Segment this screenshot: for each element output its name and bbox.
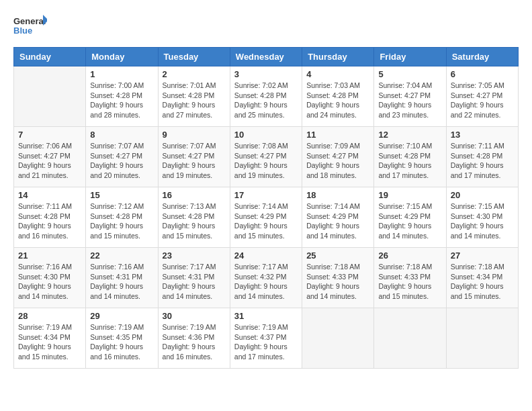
day-number: 12 [378, 130, 441, 140]
day-info: Sunrise: 7:03 AMSunset: 4:28 PMDaylight:… [306, 81, 369, 120]
day-number: 28 [18, 311, 81, 321]
day-number: 22 [90, 250, 153, 261]
calendar-cell: 11Sunrise: 7:09 AMSunset: 4:27 PMDayligh… [302, 127, 374, 187]
day-number: 26 [378, 250, 441, 261]
day-info: Sunrise: 7:19 AMSunset: 4:37 PMDaylight:… [234, 322, 298, 362]
day-number: 25 [306, 250, 369, 261]
day-number: 9 [163, 130, 226, 140]
day-info: Sunrise: 7:07 AMSunset: 4:27 PMDaylight:… [163, 141, 226, 181]
day-info: Sunrise: 7:08 AMSunset: 4:27 PMDaylight:… [234, 141, 298, 181]
calendar-cell: 10Sunrise: 7:08 AMSunset: 4:27 PMDayligh… [230, 127, 302, 187]
day-info: Sunrise: 7:17 AMSunset: 4:32 PMDaylight:… [234, 262, 298, 302]
day-info: Sunrise: 7:04 AMSunset: 4:27 PMDaylight:… [378, 81, 441, 120]
calendar-cell: 21Sunrise: 7:16 AMSunset: 4:30 PMDayligh… [14, 248, 86, 308]
calendar-week-row: 21Sunrise: 7:16 AMSunset: 4:30 PMDayligh… [14, 248, 519, 308]
day-number: 19 [378, 190, 441, 200]
page-header: General Blue [13, 13, 519, 40]
calendar-header-wednesday: Wednesday [230, 48, 302, 66]
day-number: 6 [451, 69, 514, 79]
logo: General Blue [13, 13, 47, 40]
day-number: 4 [306, 69, 369, 79]
day-number: 15 [90, 190, 153, 200]
day-info: Sunrise: 7:19 AMSunset: 4:35 PMDaylight:… [90, 322, 153, 362]
logo-svg: General Blue [13, 13, 47, 40]
calendar-cell: 20Sunrise: 7:15 AMSunset: 4:30 PMDayligh… [446, 187, 518, 248]
day-info: Sunrise: 7:19 AMSunset: 4:36 PMDaylight:… [163, 322, 226, 362]
calendar-header-friday: Friday [374, 48, 446, 66]
day-number: 23 [163, 250, 226, 261]
calendar-header-row: SundayMondayTuesdayWednesdayThursdayFrid… [14, 48, 519, 66]
svg-text:General: General [13, 16, 46, 26]
day-info: Sunrise: 7:19 AMSunset: 4:34 PMDaylight:… [18, 322, 81, 362]
day-info: Sunrise: 7:13 AMSunset: 4:28 PMDaylight:… [163, 201, 226, 241]
day-number: 20 [451, 190, 514, 200]
day-number: 30 [163, 311, 226, 321]
day-info: Sunrise: 7:11 AMSunset: 4:28 PMDaylight:… [451, 141, 514, 181]
calendar-cell: 24Sunrise: 7:17 AMSunset: 4:32 PMDayligh… [230, 248, 302, 308]
day-number: 8 [90, 130, 153, 140]
day-info: Sunrise: 7:06 AMSunset: 4:27 PMDaylight:… [18, 141, 81, 181]
calendar-cell [446, 308, 518, 369]
day-number: 1 [90, 69, 153, 79]
calendar-cell: 3Sunrise: 7:02 AMSunset: 4:28 PMDaylight… [230, 66, 302, 127]
calendar-header-sunday: Sunday [14, 48, 86, 66]
calendar-cell: 9Sunrise: 7:07 AMSunset: 4:27 PMDaylight… [158, 127, 230, 187]
calendar-cell: 26Sunrise: 7:18 AMSunset: 4:33 PMDayligh… [374, 248, 446, 308]
calendar-week-row: 1Sunrise: 7:00 AMSunset: 4:28 PMDaylight… [14, 66, 519, 127]
day-number: 29 [90, 311, 153, 321]
calendar-cell: 19Sunrise: 7:15 AMSunset: 4:29 PMDayligh… [374, 187, 446, 248]
day-info: Sunrise: 7:14 AMSunset: 4:29 PMDaylight:… [306, 201, 369, 241]
calendar-cell [374, 308, 446, 369]
day-info: Sunrise: 7:18 AMSunset: 4:33 PMDaylight:… [378, 262, 441, 302]
calendar-cell [14, 66, 86, 127]
calendar-cell: 2Sunrise: 7:01 AMSunset: 4:28 PMDaylight… [158, 66, 230, 127]
calendar-table: SundayMondayTuesdayWednesdayThursdayFrid… [13, 47, 519, 369]
day-number: 27 [451, 250, 514, 261]
calendar-cell: 28Sunrise: 7:19 AMSunset: 4:34 PMDayligh… [14, 308, 86, 369]
calendar-cell [302, 308, 374, 369]
calendar-cell: 14Sunrise: 7:11 AMSunset: 4:28 PMDayligh… [14, 187, 86, 248]
day-number: 3 [234, 69, 298, 79]
calendar-cell: 8Sunrise: 7:07 AMSunset: 4:27 PMDaylight… [86, 127, 158, 187]
day-info: Sunrise: 7:07 AMSunset: 4:27 PMDaylight:… [90, 141, 153, 181]
day-info: Sunrise: 7:14 AMSunset: 4:29 PMDaylight:… [234, 201, 298, 241]
calendar-cell: 22Sunrise: 7:16 AMSunset: 4:31 PMDayligh… [86, 248, 158, 308]
calendar-cell: 13Sunrise: 7:11 AMSunset: 4:28 PMDayligh… [446, 127, 518, 187]
calendar-week-row: 28Sunrise: 7:19 AMSunset: 4:34 PMDayligh… [14, 308, 519, 369]
calendar-week-row: 14Sunrise: 7:11 AMSunset: 4:28 PMDayligh… [14, 187, 519, 248]
day-info: Sunrise: 7:12 AMSunset: 4:28 PMDaylight:… [90, 201, 153, 241]
day-number: 10 [234, 130, 298, 140]
calendar-header-monday: Monday [86, 48, 158, 66]
calendar-cell: 27Sunrise: 7:18 AMSunset: 4:34 PMDayligh… [446, 248, 518, 308]
day-number: 2 [163, 69, 226, 79]
calendar-cell: 29Sunrise: 7:19 AMSunset: 4:35 PMDayligh… [86, 308, 158, 369]
day-info: Sunrise: 7:15 AMSunset: 4:29 PMDaylight:… [378, 201, 441, 241]
calendar-cell: 31Sunrise: 7:19 AMSunset: 4:37 PMDayligh… [230, 308, 302, 369]
calendar-cell: 7Sunrise: 7:06 AMSunset: 4:27 PMDaylight… [14, 127, 86, 187]
day-info: Sunrise: 7:10 AMSunset: 4:28 PMDaylight:… [378, 141, 441, 181]
day-number: 31 [234, 311, 298, 321]
svg-text:Blue: Blue [13, 26, 32, 36]
calendar-cell: 18Sunrise: 7:14 AMSunset: 4:29 PMDayligh… [302, 187, 374, 248]
calendar-cell: 1Sunrise: 7:00 AMSunset: 4:28 PMDaylight… [86, 66, 158, 127]
day-number: 17 [234, 190, 298, 200]
calendar-cell: 4Sunrise: 7:03 AMSunset: 4:28 PMDaylight… [302, 66, 374, 127]
day-info: Sunrise: 7:00 AMSunset: 4:28 PMDaylight:… [90, 81, 153, 120]
day-number: 18 [306, 190, 369, 200]
calendar-cell: 12Sunrise: 7:10 AMSunset: 4:28 PMDayligh… [374, 127, 446, 187]
calendar-cell: 17Sunrise: 7:14 AMSunset: 4:29 PMDayligh… [230, 187, 302, 248]
calendar-week-row: 7Sunrise: 7:06 AMSunset: 4:27 PMDaylight… [14, 127, 519, 187]
calendar-cell: 15Sunrise: 7:12 AMSunset: 4:28 PMDayligh… [86, 187, 158, 248]
calendar-cell: 23Sunrise: 7:17 AMSunset: 4:31 PMDayligh… [158, 248, 230, 308]
day-info: Sunrise: 7:16 AMSunset: 4:30 PMDaylight:… [18, 262, 81, 302]
calendar-cell: 6Sunrise: 7:05 AMSunset: 4:27 PMDaylight… [446, 66, 518, 127]
calendar-cell: 30Sunrise: 7:19 AMSunset: 4:36 PMDayligh… [158, 308, 230, 369]
calendar-cell: 25Sunrise: 7:18 AMSunset: 4:33 PMDayligh… [302, 248, 374, 308]
day-number: 14 [18, 190, 81, 200]
day-number: 16 [163, 190, 226, 200]
calendar-header-tuesday: Tuesday [158, 48, 230, 66]
calendar-header-thursday: Thursday [302, 48, 374, 66]
day-info: Sunrise: 7:17 AMSunset: 4:31 PMDaylight:… [163, 262, 226, 302]
day-info: Sunrise: 7:05 AMSunset: 4:27 PMDaylight:… [451, 81, 514, 120]
calendar-header-saturday: Saturday [446, 48, 518, 66]
